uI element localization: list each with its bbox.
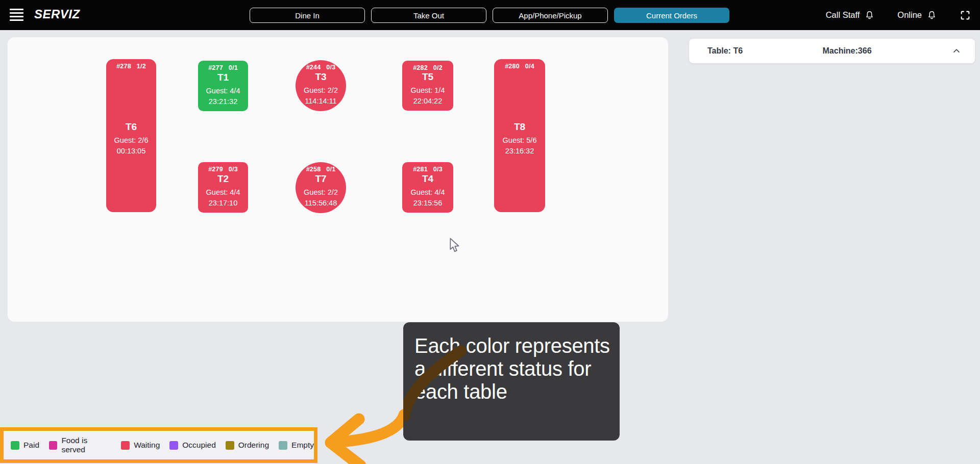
nav-button-app-phone-pickup[interactable]: App/Phone/Pickup [493,8,608,23]
table-card-t1[interactable]: #277 0/1 T1 Guest: 4/4 23:21:32 [198,61,248,111]
legend-item-empty: Empty [279,441,314,450]
table-info-panel: Table: T6 Machine:366 [689,39,975,63]
order-ratio: 0/1 [229,64,238,71]
status-swatch [49,441,57,450]
app-logo: SERVIZ [34,7,80,21]
status-label: Occupied [182,441,215,450]
table-name: T7 [315,173,326,185]
table-timer: 115:56:48 [305,198,337,209]
order-ratio: 0/3 [433,166,443,173]
status-label: Paid [23,441,39,450]
table-timer: 114:14:11 [305,96,336,107]
header-right-group: Call Staff Online [826,0,971,30]
call-staff-button[interactable]: Call Staff [826,10,875,20]
order-line: #244 0/3 [296,64,346,71]
table-name: T3 [315,71,326,83]
table-name: T4 [422,173,433,185]
table-timer: 22:04:22 [413,96,442,107]
status-swatch [11,441,19,450]
order-ratio: 1/2 [137,63,146,70]
status-legend: Paid Food is served Waiting Occupied Ord… [0,427,317,463]
order-mode-nav: Dine InTake OutApp/Phone/PickupCurrent O… [250,8,729,23]
table-name: T2 [217,173,229,185]
table-timer: 23:17:10 [209,198,237,209]
guest-count: Guest: 1/4 [411,85,445,96]
table-card-t4[interactable]: #281 0/3 T4 Guest: 4/4 23:15:56 [402,162,453,213]
table-card-t7[interactable]: #258 0/1 T7 Guest: 2/2 115:56:48 [296,162,346,213]
bell-icon [926,10,937,20]
guest-count: Guest: 4/4 [411,187,445,198]
table-timer: 00:13:05 [117,146,145,157]
call-staff-label: Call Staff [826,10,860,20]
online-label: Online [897,10,922,20]
order-number: #278 [116,63,131,70]
table-timer: 23:16:32 [505,146,534,157]
status-label: Waiting [134,441,160,450]
nav-button-take-out[interactable]: Take Out [371,8,486,23]
order-number: #244 [306,64,321,71]
guest-count: Guest: 2/6 [114,135,149,146]
table-card-t2[interactable]: #279 0/3 T2 Guest: 4/4 23:17:10 [198,162,248,213]
table-name: T5 [422,71,433,83]
order-line: #279 0/3 [198,166,248,173]
order-number: #277 [208,64,223,71]
status-swatch [121,441,130,450]
table-name: T6 [126,121,137,133]
order-number: #280 [505,63,520,70]
table-timer: 23:15:56 [413,198,442,209]
guest-count: Guest: 2/2 [304,187,338,198]
table-name: T8 [514,121,525,133]
order-number: #258 [306,166,321,173]
table-name: T1 [217,72,229,83]
status-label: Empty [291,441,314,450]
floor-plan-canvas[interactable]: #278 1/2 T6 Guest: 2/6 00:13:05 #277 0/1… [8,37,668,322]
legend-item-paid: Paid [11,441,39,450]
legend-item-waiting: Waiting [121,441,160,450]
table-timer: 23:21:32 [209,96,237,107]
order-line: #277 0/1 [198,64,248,71]
order-ratio: 0/3 [229,166,238,173]
guest-count: Guest: 4/4 [206,86,240,96]
order-number: #279 [208,166,223,173]
order-ratio: 0/2 [433,64,443,71]
panel-table-label: Table: T6 [707,46,743,56]
order-number: #281 [413,166,428,173]
top-bar: SERVIZ Dine InTake OutApp/Phone/PickupCu… [0,0,980,30]
status-swatch [226,441,234,450]
chevron-up-icon[interactable] [951,46,962,56]
status-label: Food is served [61,436,111,454]
order-ratio: 0/1 [326,166,335,173]
guest-count: Guest: 4/4 [206,187,240,198]
status-tooltip: Each color represents a different status… [403,322,620,441]
table-card-t5[interactable]: #282 0/2 T5 Guest: 1/4 22:04:22 [402,61,453,111]
nav-button-dine-in[interactable]: Dine In [250,8,365,23]
order-ratio: 0/3 [326,64,335,71]
menu-icon[interactable] [10,9,23,21]
order-ratio: 0/4 [525,63,534,70]
order-line: #282 0/2 [402,64,453,71]
guest-count: Guest: 5/6 [503,135,537,146]
order-line: #281 0/3 [402,166,453,173]
fullscreen-icon[interactable] [960,10,971,21]
online-status-button[interactable]: Online [897,10,937,20]
order-number: #282 [413,64,428,71]
status-label: Ordering [238,441,269,450]
panel-machine-label: Machine:366 [823,46,872,56]
legend-item-occupied: Occupied [169,441,215,450]
status-swatch [169,441,178,450]
nav-button-current-orders[interactable]: Current Orders [614,8,729,23]
status-swatch [279,441,287,450]
table-card-t3[interactable]: #244 0/3 T3 Guest: 2/2 114:14:11 [296,60,346,111]
order-line: #258 0/1 [296,166,346,173]
order-line: #280 0/4 [494,63,545,70]
legend-item-food_served: Food is served [49,436,111,454]
guest-count: Guest: 2/2 [304,85,338,96]
table-card-t6[interactable]: #278 1/2 T6 Guest: 2/6 00:13:05 [106,59,156,212]
table-card-t8[interactable]: #280 0/4 T8 Guest: 5/6 23:16:32 [494,59,545,212]
bell-icon [864,10,875,20]
legend-item-ordering: Ordering [226,441,269,450]
order-line: #278 1/2 [106,63,156,70]
